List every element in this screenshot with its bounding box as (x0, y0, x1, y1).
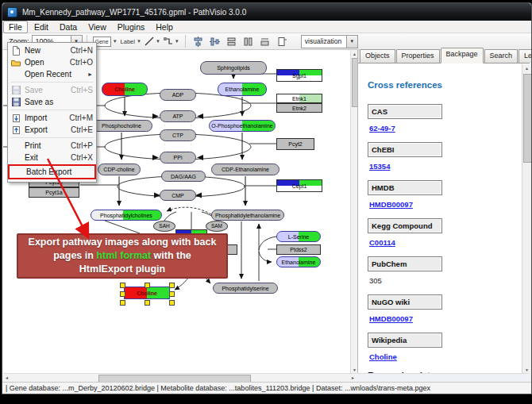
visualization-combobox[interactable]: visualization ▼ (301, 35, 358, 48)
chevron-down-icon[interactable]: ▼ (113, 39, 118, 44)
xref-link[interactable]: Choline (369, 352, 397, 361)
node-phosphatidylserine[interactable]: Phosphatidylserine (213, 283, 278, 294)
scroll-up-icon[interactable]: ▲ (351, 50, 357, 57)
node-cdp-ethanolamine[interactable]: CDP-Ethanolamine (211, 164, 279, 175)
node-cept1[interactable]: Cept1 (276, 179, 322, 192)
menu-item-label: New (25, 46, 65, 55)
node-phosphatidylethanolamine[interactable]: Phosphatidylethanolamine (211, 210, 284, 221)
node-choline-selected[interactable]: Choline (124, 287, 170, 299)
selection-handle[interactable] (120, 291, 125, 297)
menu-item-print[interactable]: Print Ctrl+P (8, 140, 96, 152)
xref-link[interactable]: HMDB00097 (369, 314, 413, 323)
selection-handle[interactable] (169, 283, 175, 288)
menu-item-save[interactable]: Save Ctrl+S (8, 84, 96, 96)
tab-backpage[interactable]: Backpage (441, 48, 484, 63)
label-tool-button[interactable]: Label ▼ (120, 34, 142, 49)
node-cdp-choline[interactable]: CDP-choline (98, 164, 141, 175)
tab-legend[interactable]: Legend (519, 49, 532, 63)
selection-handle[interactable] (169, 291, 175, 297)
menu-plugins[interactable]: Plugins (113, 21, 149, 33)
node-cmp[interactable]: CMP (160, 190, 196, 201)
selection-handle[interactable] (145, 300, 150, 306)
menu-item-open-recent[interactable]: Open Recent ► (8, 68, 96, 80)
menu-item-export[interactable]: Export Ctrl+E (8, 124, 96, 136)
node-dag-aag[interactable]: DAG/AAG (161, 171, 206, 182)
chevron-down-icon[interactable]: ▼ (156, 39, 160, 44)
scrollbar-thumb[interactable] (523, 74, 532, 163)
menu-data[interactable]: Data (55, 21, 82, 33)
canvas-horizontal-scrollbar[interactable]: ◄ ► (3, 373, 357, 381)
node-label: ADP (172, 92, 183, 98)
menu-view[interactable]: View (83, 21, 111, 33)
tab-objects[interactable]: Objects (360, 49, 395, 63)
visualization-dropdown-arrow-icon[interactable]: ▼ (346, 36, 357, 48)
node-pcyt1a[interactable]: Pcyt1a (29, 187, 79, 198)
menu-item-save-as[interactable]: Save as (8, 96, 96, 108)
node-sam[interactable]: SAM (206, 221, 228, 232)
node-sphingolipids[interactable]: Sphingolipids (200, 61, 267, 75)
scroll-right-icon[interactable]: ► (349, 374, 357, 381)
menu-item-new[interactable]: New Ctrl+N (8, 44, 96, 56)
node-etnk2[interactable]: Etnk2 (276, 103, 322, 113)
stack-horizontal-button[interactable] (241, 34, 256, 49)
menu-item-shortcut: Ctrl+N (70, 46, 93, 55)
xref-link[interactable]: 62-49-7 (369, 124, 395, 133)
menu-item-import[interactable]: Import Ctrl+M (8, 112, 96, 124)
common-size-icon (260, 37, 270, 47)
node-l-serine[interactable]: L-Serine (276, 231, 321, 242)
node-atp[interactable]: ATP (160, 110, 196, 122)
scrollbar-thumb[interactable] (352, 58, 357, 107)
xref-link[interactable]: C00114 (369, 238, 395, 247)
menu-file[interactable]: File (3, 21, 28, 33)
menu-item-exit[interactable]: Exit Ctrl+X (8, 152, 96, 164)
scroll-down-icon[interactable]: ▼ (523, 366, 530, 373)
line-tool-button[interactable]: ▼ (144, 34, 161, 49)
menu-item-label: Save (25, 86, 66, 94)
node-o-phosphoethanolamine[interactable]: O-Phosphoethanolamine (209, 120, 276, 132)
align-center-x-button[interactable] (191, 34, 206, 49)
node-choline[interactable]: Choline (102, 83, 148, 96)
node-sgpl1[interactable]: Sgpl1 (276, 69, 322, 82)
node-ctp[interactable]: CTP (160, 129, 196, 141)
tab-properties[interactable]: Properties (396, 49, 440, 63)
menu-help[interactable]: Help (151, 21, 178, 33)
panel-vertical-scrollbar[interactable]: ▲ ▼ (522, 64, 530, 373)
align-center-y-button[interactable] (207, 34, 222, 49)
chevron-down-icon[interactable]: ▼ (175, 39, 179, 44)
selection-handle[interactable] (120, 283, 125, 288)
canvas-vertical-scrollbar[interactable]: ▲ ▼ (350, 50, 357, 373)
menu-edit[interactable]: Edit (29, 21, 53, 33)
chevron-down-icon[interactable]: ▼ (137, 39, 141, 44)
menu-item-open[interactable]: Open Ctrl+O (8, 56, 96, 68)
menu-separator (10, 110, 94, 110)
node-ptdss2[interactable]: Ptdss2 (276, 244, 321, 255)
selection-handle[interactable] (145, 283, 150, 288)
node-pcyt2[interactable]: Pcyt2 (276, 138, 314, 150)
node-phosphocholine[interactable]: Phosphocholine (91, 120, 152, 132)
connector-tool-button[interactable]: ▼ (163, 34, 180, 49)
menu-item-label: Print (25, 141, 66, 150)
node-ethanolamine[interactable]: Ethanolamine (218, 83, 267, 96)
xref-link[interactable]: HMDB00097 (369, 200, 413, 209)
node-sah[interactable]: SAH (153, 221, 175, 232)
menu-item-batch-export[interactable]: Batch Export (10, 166, 94, 178)
panel-horizontal-scrollbar[interactable] (357, 373, 529, 381)
common-size-button[interactable] (257, 34, 272, 49)
node-etnk1[interactable]: Etnk1 (276, 94, 322, 103)
export-view-button[interactable] (274, 34, 289, 49)
node-phosphatidylcholines[interactable]: Phosphatidylcholines (91, 210, 162, 221)
node-adp[interactable]: ADP (160, 89, 196, 101)
selection-handle[interactable] (120, 300, 125, 306)
stack-vertical-button[interactable] (224, 34, 239, 49)
node-label: Phosphatidylethanolamine (215, 213, 280, 218)
scroll-down-icon[interactable]: ▼ (351, 366, 357, 373)
xref-link[interactable]: 15354 (369, 162, 390, 171)
page-icon (276, 37, 287, 47)
node-ethanolamine-2[interactable]: Ethanolamine (276, 256, 321, 267)
selection-handle[interactable] (169, 300, 175, 306)
scroll-left-icon[interactable]: ◄ (3, 374, 10, 381)
scroll-up-icon[interactable]: ▲ (523, 64, 530, 71)
tab-search[interactable]: Search (484, 49, 519, 63)
menu-separator (10, 82, 94, 83)
node-ppi[interactable]: PPi (160, 152, 196, 164)
